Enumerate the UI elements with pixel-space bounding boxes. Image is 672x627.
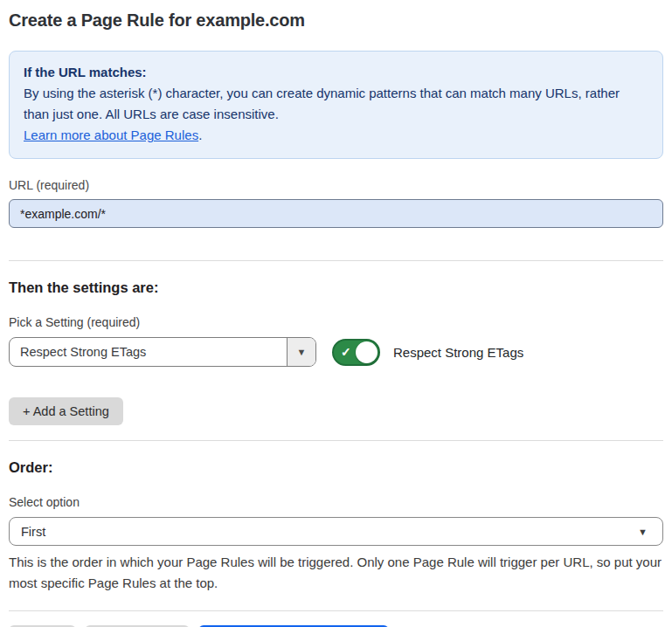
divider bbox=[9, 440, 663, 441]
url-match-info-box: If the URL matches: By using the asteris… bbox=[9, 51, 663, 159]
toggle-knob bbox=[356, 341, 378, 363]
order-select-label: Select option bbox=[9, 495, 663, 509]
setting-toggle[interactable]: ✓ bbox=[332, 339, 380, 366]
setting-select[interactable]: Respect Strong ETags ▼ bbox=[9, 337, 316, 367]
order-help-text: This is the order in which your Page Rul… bbox=[9, 552, 663, 594]
create-page-rule-form: Create a Page Rule for example.com If th… bbox=[0, 0, 672, 627]
link-suffix: . bbox=[198, 127, 202, 142]
divider bbox=[9, 610, 663, 611]
info-box-body-text: By using the asterisk (*) character, you… bbox=[24, 86, 620, 121]
info-box-heading: If the URL matches: bbox=[24, 62, 648, 83]
dropdown-arrow-button[interactable]: ▼ bbox=[287, 338, 315, 366]
settings-section-heading: Then the settings are: bbox=[9, 279, 663, 296]
info-box-body: By using the asterisk (*) character, you… bbox=[24, 83, 648, 125]
setting-toggle-label: Respect Strong ETags bbox=[393, 345, 523, 360]
order-section-heading: Order: bbox=[9, 459, 663, 476]
divider bbox=[9, 260, 663, 261]
setting-select-value: Respect Strong ETags bbox=[10, 338, 287, 366]
url-input[interactable] bbox=[9, 199, 663, 228]
learn-more-link[interactable]: Learn more about Page Rules bbox=[24, 127, 198, 142]
chevron-down-icon: ▼ bbox=[638, 527, 648, 537]
add-setting-button[interactable]: + Add a Setting bbox=[9, 397, 123, 425]
pick-setting-label: Pick a Setting (required) bbox=[9, 315, 663, 329]
url-field-label: URL (required) bbox=[9, 178, 663, 192]
setting-toggle-group: ✓ Respect Strong ETags bbox=[332, 339, 523, 366]
dropdown-arrow-icon: ▼ bbox=[297, 347, 307, 357]
info-box-link-line: Learn more about Page Rules. bbox=[24, 125, 648, 146]
page-title: Create a Page Rule for example.com bbox=[9, 10, 663, 31]
order-select[interactable]: First ▼ bbox=[9, 517, 663, 546]
order-select-value: First bbox=[21, 525, 45, 539]
checkmark-icon: ✓ bbox=[341, 344, 351, 361]
setting-row: Respect Strong ETags ▼ ✓ Respect Strong … bbox=[9, 337, 663, 367]
